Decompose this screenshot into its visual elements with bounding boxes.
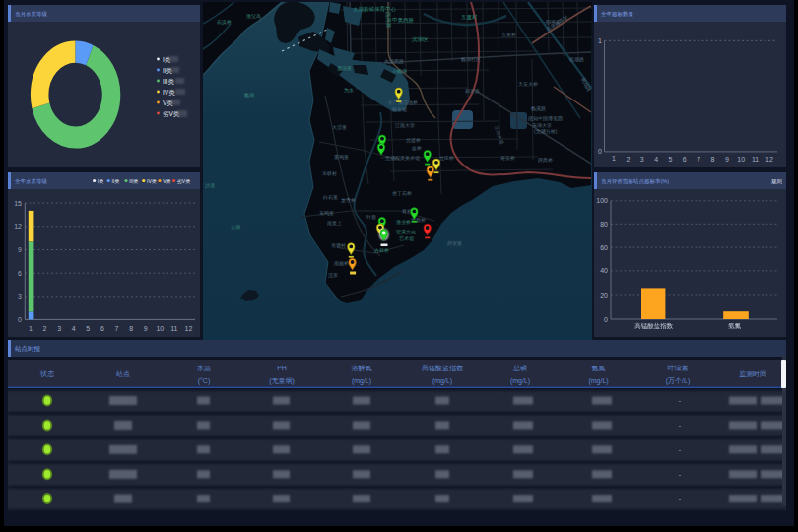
svg-text:天安大桥: 天安大桥 [518,81,538,87]
svg-text:20: 20 [600,292,608,299]
svg-text:总磷: 总磷 [512,365,527,371]
svg-text:(mg/L): (mg/L) [432,377,452,385]
svg-text:I类: I类 [98,178,103,184]
svg-text:2: 2 [43,325,47,332]
svg-text:11: 11 [170,325,177,332]
svg-text:机场路: 机场路 [569,56,584,63]
svg-text:0: 0 [18,316,22,323]
svg-text:白石里: 白石里 [323,194,338,201]
svg-text:1: 1 [612,155,616,162]
svg-text:五里村: 五里村 [501,32,516,38]
svg-text:沙渚: 沙渚 [205,182,215,189]
svg-text:1: 1 [29,325,33,332]
svg-text:无锡程及美术馆: 无锡程及美术馆 [385,155,420,162]
svg-text:感知中国博览园: 感知中国博览园 [528,115,563,122]
svg-text:(mg/L): (mg/L) [510,377,530,385]
svg-text:60: 60 [600,244,608,251]
svg-text:南杨桥: 南杨桥 [334,260,349,267]
svg-text:重鸣里: 重鸣里 [334,154,349,160]
svg-text:高浪西路: 高浪西路 [384,58,404,65]
svg-text:站点时报: 站点时报 [15,345,41,353]
svg-text:9: 9 [144,325,148,332]
svg-text:IV类: IV类 [147,178,157,184]
svg-text:郑家弄: 郑家弄 [465,88,480,94]
svg-text:大浮里: 大浮里 [332,124,347,131]
svg-text:(°C): (°C) [198,377,211,385]
svg-text:艺术馆: 艺术馆 [399,235,414,241]
svg-text:8: 8 [129,325,133,332]
svg-text:为水: 为水 [344,87,354,93]
svg-text:叁丁石桥: 叁丁石桥 [392,190,412,197]
svg-text:3: 3 [57,325,61,332]
svg-text:沈家: 沈家 [328,272,338,279]
svg-text:薛家里: 薛家里 [447,240,462,246]
svg-text:高锰酸盐指数: 高锰酸盐指数 [422,365,464,372]
svg-text:东鸣里: 东鸣里 [319,210,334,216]
svg-text:小蠡湖: 小蠡湖 [392,68,407,74]
svg-text:南泉上: 南泉上 [327,220,342,226]
svg-text:12: 12 [185,325,193,332]
svg-text:11: 11 [752,156,759,163]
svg-text:PH: PH [277,365,287,371]
svg-text:40: 40 [600,267,608,274]
svg-text:站点: 站点 [116,370,130,378]
svg-text:(mg/L): (mg/L) [352,377,371,385]
svg-text:滨湖区: 滨湖区 [412,36,429,43]
svg-text:龙寺桥: 龙寺桥 [341,197,356,203]
svg-text:8: 8 [711,156,715,163]
svg-text:长广溪湿地桥: 长广溪湿地桥 [388,100,418,106]
svg-text:叶绿素: 叶绿素 [668,365,689,371]
svg-text:V类: V类 [163,178,170,184]
svg-text:渔父岛: 渔父岛 [246,13,261,20]
svg-text:石浜桥: 石浜桥 [217,19,232,26]
svg-text:官溪文化: 官溪文化 [396,229,416,235]
svg-text:吉祥桥: 吉祥桥 [374,247,389,253]
svg-text:7: 7 [697,156,700,163]
svg-text:II类: II类 [111,178,119,184]
svg-text:0: 0 [598,148,602,155]
svg-text:(无量纲): (无量纲) [269,377,295,385]
svg-text:鹿顶里: 鹿顶里 [337,65,352,72]
svg-text:羊岐村: 羊岐村 [322,170,337,177]
svg-text:6: 6 [100,325,104,332]
svg-text:寿安桥: 寿安桥 [500,155,515,161]
svg-text:IV类: IV类 [163,89,175,96]
svg-text:蠡溪路: 蠡溪路 [531,105,546,112]
svg-text:中奥西路: 中奥西路 [392,17,415,24]
svg-text:(无锡分校): (无锡分校) [534,128,558,135]
svg-text:6: 6 [683,156,687,163]
svg-text:III类: III类 [129,178,138,184]
svg-text:水温: 水温 [197,365,211,372]
svg-text:3: 3 [18,293,22,299]
svg-text:太湖: 太湖 [231,224,240,230]
svg-text:状态: 状态 [39,370,54,377]
svg-text:劣V类: 劣V类 [177,178,190,185]
svg-text:12: 12 [765,156,773,163]
svg-text:叶巷: 叶巷 [366,214,376,220]
svg-text:0: 0 [604,316,608,323]
svg-text:2: 2 [626,156,630,163]
svg-text:氨氮: 氨氮 [728,322,742,329]
svg-text:俞桥: 俞桥 [411,145,422,151]
svg-text:5: 5 [86,325,90,332]
svg-text:氨氮: 氨氮 [592,365,606,372]
svg-text:100: 100 [596,197,608,204]
svg-text:9: 9 [725,156,729,163]
svg-text:北堤桥: 北堤桥 [406,137,421,144]
svg-text:溶解氧: 溶解氧 [352,365,372,372]
svg-text:高锰酸盐指数: 高锰酸盐指数 [634,322,674,330]
svg-text:9: 9 [18,246,22,253]
svg-text:1: 1 [598,37,602,44]
svg-text:科金馆: 科金馆 [392,106,407,112]
svg-text:4: 4 [654,156,658,163]
svg-text:80: 80 [600,221,608,228]
svg-text:3: 3 [640,156,644,163]
svg-text:吴塘村: 吴塘村 [331,242,346,249]
svg-text:12: 12 [14,223,22,230]
svg-text:III类: III类 [163,78,174,85]
svg-text:蠡湖: 蠡湖 [244,92,254,98]
svg-text:渔业桥: 渔业桥 [396,219,411,225]
svg-text:五星村: 五星村 [461,14,478,21]
svg-text:(万个/L): (万个/L) [666,377,691,385]
svg-text:10: 10 [156,325,164,332]
